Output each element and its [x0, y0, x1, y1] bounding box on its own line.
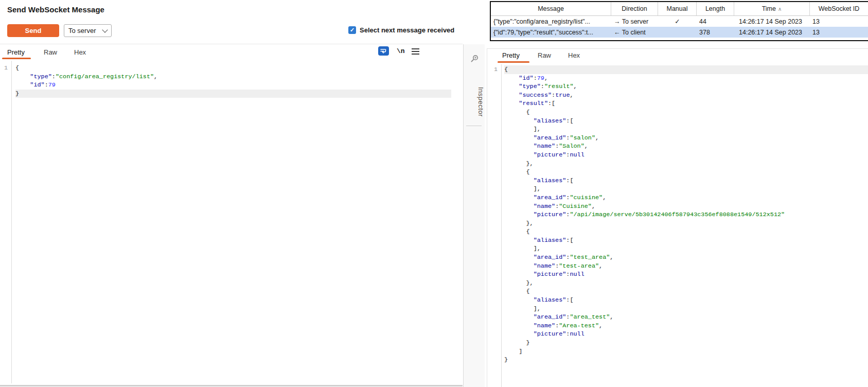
code-line: {	[15, 64, 451, 73]
code-line: "aliases":[	[504, 117, 868, 126]
code-line: },	[504, 160, 868, 168]
gutter-separator	[11, 61, 12, 383]
sort-ascending-icon: ∧	[778, 6, 782, 12]
tab-hex-response[interactable]: Hex	[568, 51, 580, 59]
code-line: "area_id":"cuisine",	[504, 194, 868, 202]
message-editor-request[interactable]: 1 { "type":"config/area_registry/list", …	[0, 61, 463, 383]
cell-manual: ✓	[658, 16, 697, 27]
line-number	[487, 99, 498, 108]
inspector-strip[interactable]: Inspector	[463, 44, 485, 387]
menu-icon[interactable]	[412, 48, 419, 56]
code-line: {	[504, 227, 868, 236]
line-number	[487, 270, 498, 279]
inspector-label: Inspector	[464, 71, 485, 133]
code-line: "name":"Salon",	[504, 142, 868, 151]
line-number	[0, 73, 8, 81]
cell-websocket_id: 13	[810, 16, 868, 27]
code-line: },	[504, 219, 868, 228]
cell-length: 378	[697, 27, 734, 38]
horizontal-scrollbar[interactable]	[0, 385, 463, 386]
line-number	[487, 236, 498, 245]
line-number	[487, 194, 498, 202]
line-number	[487, 313, 498, 322]
line-number	[487, 296, 498, 305]
checkbox-label: Select next message received	[360, 26, 454, 34]
code-line: {	[504, 65, 868, 74]
chevron-down-icon	[102, 27, 108, 32]
line-number	[487, 347, 498, 356]
column-header-length[interactable]: Length	[697, 2, 734, 15]
line-number-gutter: 1	[487, 65, 498, 364]
table-body: {"type":"config/area_registry/list"...→ …	[491, 16, 868, 38]
line-number-gutter: 1	[0, 64, 8, 98]
cell-length: 44	[697, 16, 734, 27]
tab-raw-response[interactable]: Raw	[538, 51, 551, 59]
cell-time: 14:26:17 14 Sep 2023	[734, 27, 810, 38]
line-number	[487, 125, 498, 134]
code-line: "name":"Area-test",	[504, 322, 868, 330]
tab-raw[interactable]: Raw	[44, 48, 57, 56]
line-number: 1	[487, 65, 498, 74]
tab-pretty-response[interactable]: Pretty	[502, 51, 520, 59]
code-line: "name":"Cuisine",	[504, 202, 868, 211]
column-header-websocket-id[interactable]: WebSocket ID	[810, 2, 868, 15]
code-line: "aliases":[	[504, 236, 868, 245]
code-line: "type":"result",	[504, 82, 868, 91]
direction-select-value: To server	[68, 27, 96, 34]
header-separator	[0, 44, 463, 44]
word-wrap-icon[interactable]	[378, 46, 389, 56]
tab-hex[interactable]: Hex	[74, 48, 86, 56]
select-next-message-checkbox[interactable]: ✓ Select next message received	[348, 26, 454, 34]
cell-message: {"type":"config/area_registry/list"...	[491, 16, 611, 27]
line-number	[487, 244, 498, 253]
code-line: ]	[504, 347, 868, 356]
code-line: "picture":"/api/image/serve/5b30142406f5…	[504, 210, 868, 219]
inspector-separator	[466, 126, 482, 126]
send-button[interactable]: Send	[7, 24, 59, 37]
column-header-message[interactable]: Message	[491, 2, 611, 15]
column-header-direction[interactable]: Direction	[611, 2, 658, 15]
line-number	[487, 262, 498, 271]
code-line: "success":true,	[504, 91, 868, 100]
line-number	[487, 322, 498, 330]
tab-pretty[interactable]: Pretty	[7, 48, 25, 56]
code-line: }	[504, 339, 868, 347]
direction-select[interactable]: To server	[64, 24, 112, 37]
table-row[interactable]: {"id":79,"type":"result","success":t...←…	[491, 27, 868, 38]
code-line: ],	[504, 305, 868, 313]
code-line: {	[504, 108, 868, 117]
line-number	[487, 74, 498, 83]
code-area[interactable]: { "id":79, "type":"result", "success":tr…	[504, 65, 868, 364]
table-row[interactable]: {"type":"config/area_registry/list"...→ …	[491, 16, 868, 27]
code-line: {	[504, 168, 868, 177]
code-line: "aliases":[	[504, 296, 868, 305]
gutter-separator	[501, 64, 502, 387]
newline-icon[interactable]: \n	[397, 47, 405, 55]
code-line: "id":79	[15, 81, 451, 90]
message-editor-response[interactable]: 1 { "id":79, "type":"result", "success":…	[487, 64, 868, 387]
code-line: "result":[	[504, 99, 868, 108]
line-number	[487, 279, 498, 288]
code-line: }	[15, 90, 451, 98]
code-line: "picture":null	[504, 330, 868, 339]
code-area[interactable]: { "type":"config/area_registry/list", "i…	[15, 64, 451, 98]
page-title: Send WebSocket Message	[7, 5, 104, 14]
active-tab-underline-response	[498, 61, 529, 63]
code-line: "picture":null	[504, 151, 868, 160]
line-number	[0, 90, 8, 98]
code-line: "area_id":"area_test",	[504, 313, 868, 322]
line-number	[487, 160, 498, 168]
code-line: },	[504, 279, 868, 288]
line-number	[0, 81, 8, 90]
line-number	[487, 202, 498, 211]
column-header-manual[interactable]: Manual	[658, 2, 697, 15]
line-number	[487, 177, 498, 185]
code-line: "type":"config/area_registry/list",	[15, 73, 451, 81]
line-number	[487, 253, 498, 262]
line-number	[487, 134, 498, 143]
code-line: "area_id":"salon",	[504, 134, 868, 143]
column-header-time[interactable]: Time ∧	[734, 2, 810, 15]
code-line: {	[504, 287, 868, 296]
code-line: }	[504, 356, 868, 364]
active-tab-underline	[2, 58, 31, 59]
